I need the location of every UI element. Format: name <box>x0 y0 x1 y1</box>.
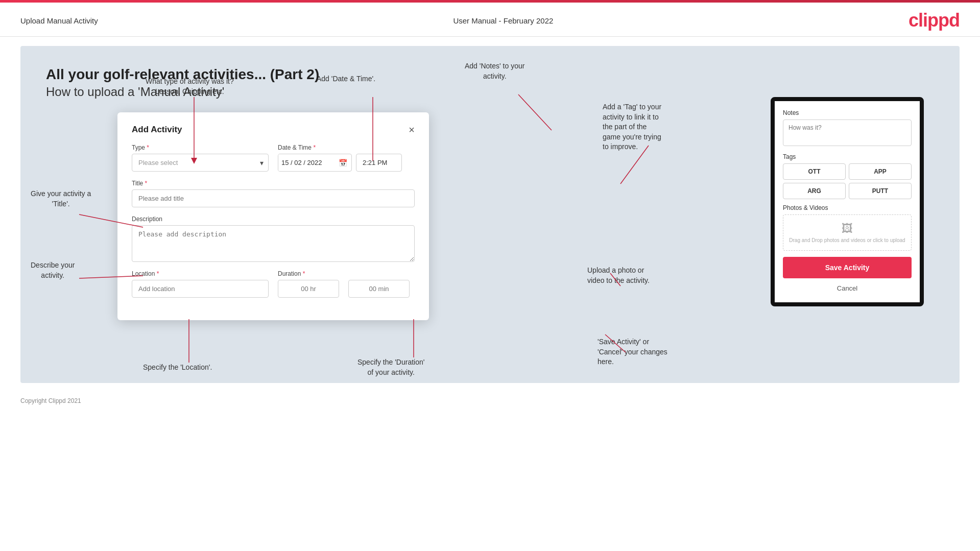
time-input[interactable] <box>356 154 402 172</box>
annotation-location: Specify the 'Location'. <box>143 363 212 373</box>
annotation-desc: Describe your activity. <box>31 260 75 280</box>
tag-app[interactable]: APP <box>849 163 912 180</box>
photo-icon: 🖼 <box>788 222 906 235</box>
datetime-field-group: Date & Time * 📅 <box>278 144 415 172</box>
footer: Copyright Clippd 2021 <box>0 392 980 410</box>
duration-hr-input[interactable] <box>278 280 339 298</box>
location-duration-row: Location * Duration * <box>132 270 415 298</box>
annotation-duration: Specify the 'Duration' of your activity. <box>357 357 424 377</box>
header-center: User Manual - February 2022 <box>453 16 553 25</box>
type-select-wrapper: Please select ▾ <box>132 154 269 172</box>
modal-header: Add Activity × <box>132 125 415 135</box>
cancel-link[interactable]: Cancel <box>783 282 912 294</box>
photos-section-label: Photos & Videos <box>783 204 912 211</box>
annotation-type: What type of activity was it? Lesson, Ch… <box>146 77 234 97</box>
annotation-notes: Add 'Notes' to your activity. <box>465 61 524 81</box>
annotation-save: 'Save Activity' or 'Cancel' your changes… <box>597 337 667 367</box>
calendar-icon: 📅 <box>334 159 351 167</box>
location-label: Location * <box>132 270 269 277</box>
main-content: All your golf-relevant activities... (Pa… <box>20 46 960 383</box>
add-activity-modal: Add Activity × Type * Please select ▾ Da… <box>117 112 429 320</box>
tag-ott[interactable]: OTT <box>783 163 846 180</box>
modal-close-button[interactable]: × <box>409 125 415 135</box>
notes-section-label: Notes <box>783 109 912 116</box>
duration-min-input[interactable] <box>348 280 410 298</box>
phone-screen: Notes Tags OTT APP ARG PUTT Photos & Vid… <box>771 97 924 306</box>
phone-content: Notes Tags OTT APP ARG PUTT Photos & Vid… <box>775 101 920 302</box>
annotation-datetime: Add 'Date & Time'. <box>317 74 375 84</box>
location-input[interactable] <box>132 280 269 298</box>
tags-grid: OTT APP ARG PUTT <box>783 163 912 199</box>
tags-section-label: Tags <box>783 153 912 160</box>
notes-input[interactable] <box>783 119 912 146</box>
type-datetime-row: Type * Please select ▾ Date & Time * 📅 <box>132 144 415 172</box>
photo-upload-area[interactable]: 🖼 Drag and Drop photos and videos or cli… <box>783 214 912 251</box>
save-activity-button[interactable]: Save Activity <box>783 257 912 278</box>
date-input[interactable] <box>278 154 334 171</box>
photo-drag-text: Drag and Drop photos and videos or click… <box>788 237 906 243</box>
datetime-inputs: 📅 <box>278 154 415 172</box>
title-input[interactable] <box>132 189 415 207</box>
svg-line-6 <box>518 94 552 130</box>
annotation-tags: Add a 'Tag' to your activity to link it … <box>603 102 715 152</box>
annotation-photo: Upload a photo or video to the activity. <box>587 266 650 285</box>
tag-putt[interactable]: PUTT <box>849 183 912 199</box>
footer-text: Copyright Clippd 2021 <box>20 397 81 404</box>
header: Upload Manual Activity User Manual - Feb… <box>0 3 980 37</box>
title-label: Title * <box>132 180 415 187</box>
datetime-label: Date & Time * <box>278 144 415 151</box>
description-input[interactable] <box>132 225 415 262</box>
location-field-group: Location * <box>132 270 269 298</box>
tag-arg[interactable]: ARG <box>783 183 846 199</box>
type-field-group: Type * Please select ▾ <box>132 144 269 172</box>
duration-inputs <box>278 280 415 298</box>
modal-title: Add Activity <box>132 125 182 135</box>
header-left: Upload Manual Activity <box>20 16 98 25</box>
type-select[interactable]: Please select <box>132 154 269 172</box>
annotation-title: Give your activity a 'Title'. <box>31 189 91 209</box>
description-field-group: Description <box>132 215 415 262</box>
duration-label: Duration * <box>278 270 415 277</box>
description-label: Description <box>132 215 415 223</box>
duration-field-group: Duration * <box>278 270 415 298</box>
logo: clippd <box>909 10 960 31</box>
date-input-wrapper: 📅 <box>278 154 352 172</box>
title-field-group: Title * <box>132 180 415 207</box>
right-panel: Notes Tags OTT APP ARG PUTT Photos & Vid… <box>771 97 934 306</box>
type-label: Type * <box>132 144 269 151</box>
